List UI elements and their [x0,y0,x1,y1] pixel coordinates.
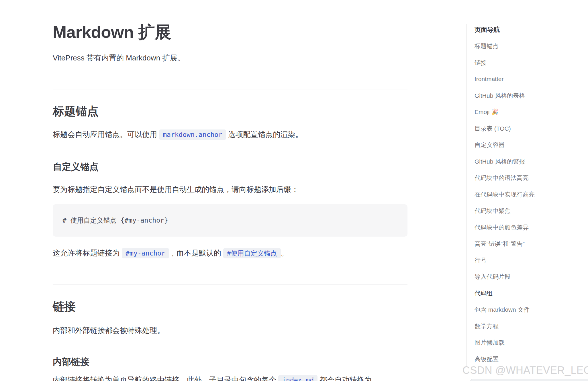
bottom-bar [470,379,588,381]
heading-internal-links: 内部链接 [53,356,407,368]
section-divider [53,284,407,284]
links-paragraph: 内部和外部链接都会被特殊处理。 [53,324,407,336]
code-block-content: # 使用自定义锚点 {#my-anchor} [62,216,168,225]
inline-code-default-anchor: #使用自定义锚点 [223,248,281,258]
outline-item: GitHub 风格的表格 [475,87,588,104]
heading-links: 链接 [53,299,407,314]
heading-custom-anchors: 自定义锚点 [53,160,407,173]
text-run: 这允许将标题链接为 [53,249,122,257]
outline-link[interactable]: 导入代码片段 [475,268,588,285]
doc-content: Markdown 扩展 VitePress 带有内置的 Markdown 扩展。… [53,0,407,381]
outline-item: 数学方程 [475,318,588,335]
text-run: 内部链接将转换为单页导航的路由链接。此外，子目录中包含的每个 [53,376,278,381]
inline-code-link[interactable]: markdown.anchor [159,129,226,140]
text-run: 都会自动转换为 [317,376,372,381]
page-title: Markdown 扩展 [53,22,407,42]
outline-item: 自定义容器 [475,137,588,153]
text-run: ，而不是默认的 [169,249,223,257]
outline-link[interactable]: 行号 [475,252,588,269]
outline-item: frontmatter [475,71,588,87]
internal-links-paragraph: 内部链接将转换为单页导航的路由链接。此外，子目录中包含的每个 index.md … [53,374,407,381]
outline-link[interactable]: 高亮“错误”和“警告” [475,235,588,252]
inline-code-index-md: index.md [278,375,317,381]
inline-code-my-anchor: #my-anchor [122,248,169,258]
outline-link[interactable]: 自定义容器 [475,137,588,153]
outline-link[interactable]: 代码块中的颜色差异 [475,219,588,236]
outline-item: 包含 markdown 文件 [475,301,588,318]
section-divider [53,89,407,89]
outline-link[interactable]: 代码块中聚焦 [475,203,588,219]
custom-anchors-paragraph: 要为标题指定自定义锚点而不是使用自动生成的锚点，请向标题添加后缀： [53,183,407,195]
text-run: 标题会自动应用锚点。可以使用 [53,130,159,139]
outline-link[interactable]: 标题锚点 [475,38,588,54]
outline-item: 行号 [475,252,588,269]
heading-anchors: 标题锚点 [53,104,407,119]
text-run: 。 [281,249,288,257]
outline-item: 目录表 (TOC) [475,120,588,137]
intro-paragraph: VitePress 带有内置的 Markdown 扩展。 [53,52,407,64]
outline-item: 标题锚点 [475,38,588,54]
outline-link[interactable]: 代码块中的语法高亮 [475,170,588,186]
anchors-paragraph: 标题会自动应用锚点。可以使用 markdown.anchor 选项配置锚点的渲染… [53,128,407,141]
outline-item: GitHub 风格的警报 [475,153,588,170]
outline-item: 代码块中的颜色差异 [475,219,588,236]
page-outline: 页面导航 标题锚点链接frontmatterGitHub 风格的表格Emoji … [467,24,588,367]
outline-link[interactable]: 包含 markdown 文件 [475,301,588,318]
outline-list: 标题锚点链接frontmatterGitHub 风格的表格Emoji 🎉目录表 … [475,38,588,367]
outline-link[interactable]: GitHub 风格的表格 [475,87,588,104]
outline-link[interactable]: GitHub 风格的警报 [475,153,588,170]
outline-link[interactable]: 代码组 [475,285,588,302]
outline-item: Emoji 🎉 [475,104,588,120]
outline-title: 页面导航 [475,24,588,35]
outline-item: 代码块中的语法高亮 [475,170,588,186]
outline-link[interactable]: 目录表 (TOC) [475,120,588,137]
outline-link[interactable]: Emoji 🎉 [475,104,588,120]
outline-item: 链接 [475,54,588,71]
outline-link[interactable]: frontmatter [475,71,588,87]
watermark: CSDN @WHATEVER_LEO [462,364,588,376]
anchor-link-paragraph: 这允许将标题链接为 #my-anchor，而不是默认的 #使用自定义锚点。 [53,247,407,259]
code-block[interactable]: # 使用自定义锚点 {#my-anchor} [53,204,407,237]
text-run: 选项配置锚点的渲染。 [226,130,303,139]
outline-item: 代码块中聚焦 [475,203,588,219]
outline-item: 在代码块中实现行高亮 [475,186,588,203]
outline-link[interactable]: 链接 [475,54,588,71]
outline-item: 代码组 [475,285,588,302]
outline-link[interactable]: 数学方程 [475,318,588,335]
outline-link[interactable]: 在代码块中实现行高亮 [475,186,588,203]
outline-link[interactable]: 图片懒加载 [475,334,588,351]
outline-item: 图片懒加载 [475,334,588,351]
outline-item: 高亮“错误”和“警告” [475,235,588,252]
outline-item: 导入代码片段 [475,268,588,285]
